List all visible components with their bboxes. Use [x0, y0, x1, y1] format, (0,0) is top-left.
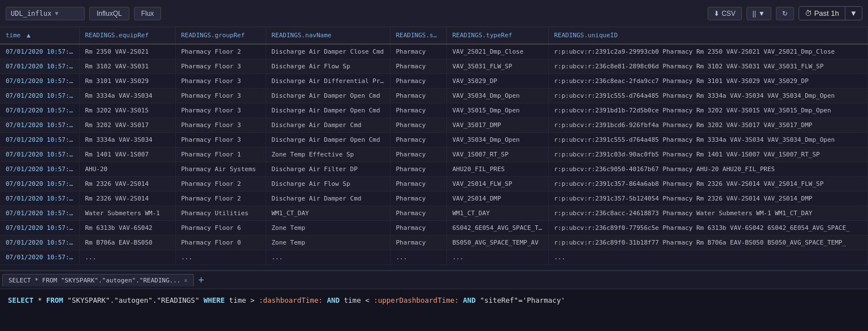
table-cell: 07/01/2020 10:57:30	[0, 133, 79, 147]
table-cell: BS050_AVG_SPACE_TEMP_AV	[446, 236, 548, 250]
table-cell: Pharmacy Floor 3	[175, 118, 266, 133]
table-cell: WM1_CT_DAY	[266, 206, 390, 221]
table-ref: "SKYSPARK"."autogen"."READINGS"	[63, 296, 199, 304]
chevron-down-icon: ▼	[758, 10, 765, 18]
query-editor: SELECT * FROM "SKYSPARK"."autogen"."READ…	[0, 270, 868, 331]
table-cell: Discharge Air Damper Cmd	[266, 191, 390, 206]
query-tab-active[interactable]: SELECT * FROM "SKYSPARK"."autogen"."READ…	[2, 274, 194, 286]
table-cell: Rm B706a EAV-BS050	[79, 236, 175, 250]
col-header-time[interactable]: time ▲	[0, 27, 79, 44]
table-cell: VAV_2S021_Dmp_Close	[446, 44, 548, 59]
table-cell: 07/01/2020 10:57:39	[0, 250, 79, 265]
table-cell: Pharmacy	[390, 206, 446, 221]
table-cell: ...	[266, 250, 390, 265]
table-cell: VAV_3S029_DP	[446, 74, 548, 89]
kw-and1: AND	[323, 296, 340, 304]
table-cell: Pharmacy Floor 2	[175, 177, 266, 191]
table-cell: Pharmacy Utilities	[175, 206, 266, 221]
table-cell: 07/01/2020 10:57:32	[0, 162, 79, 177]
table-cell: Discharge Air Flow Sp	[266, 59, 390, 74]
add-tab-button[interactable]: +	[194, 275, 209, 285]
table-cell: Rm 2326 VAV-2S014	[79, 191, 175, 206]
col-header-type[interactable]: READINGS.typeRef	[446, 27, 548, 44]
table-row: 07/01/2020 10:57:25Rm 3102 VAV-3S031Phar…	[0, 59, 868, 74]
table-cell: Discharge Air Damper Cmd	[266, 118, 390, 133]
influxql-tab[interactable]: InfluxQL	[89, 7, 129, 20]
table-row: 07/01/2020 10:57:35Rm 2326 VAV-2S014Phar…	[0, 191, 868, 206]
datasource-label: UDL_influx	[11, 10, 51, 18]
refresh-button[interactable]: ↻	[776, 7, 794, 20]
table-cell: ...	[79, 250, 175, 265]
table-cell: r:p:ubcv:r:2391c357-864a6ab8 Pharmacy Rm…	[548, 177, 868, 191]
close-tab-icon[interactable]: ×	[184, 277, 188, 284]
table-cell: r:p:ubcv:r:236c89f0-31b18f77 Pharmacy Rm…	[548, 236, 868, 250]
param-upper-time: :upperDashboardTime:	[374, 296, 459, 304]
table-cell: Rm 2326 VAV-2S014	[79, 177, 175, 191]
query-content[interactable]: SELECT * FROM "SKYSPARK"."autogen"."READ…	[0, 289, 868, 312]
time-range-chevron[interactable]: ▼	[845, 7, 862, 20]
table-row: 07/01/2020 10:57:37Rm 6313b VAV-6S042Pha…	[0, 221, 868, 236]
table-cell: Rm 3102 VAV-3S031	[79, 59, 175, 74]
table-row: 07/01/2020 10:57:39..................	[0, 250, 868, 265]
table-cell: 07/01/2020 10:57:35	[0, 191, 79, 206]
table-row: 07/01/2020 10:57:29Rm 3202 VAV-3S017Phar…	[0, 118, 868, 133]
table-cell: r:p:ubcv:r:236c8eac-2fda9cc7 Pharmacy Rm…	[548, 74, 868, 89]
table-row: 07/01/2020 10:57:32AHU-20Pharmacy Air Sy…	[0, 162, 868, 177]
clock-icon: ⏱	[805, 9, 812, 18]
table-header-row: time ▲ READINGS.equipRef READINGS.groupR…	[0, 27, 868, 44]
table-row: 07/01/2020 10:57:24Rm 2350 VAV-2S021Phar…	[0, 44, 868, 59]
table-cell: r:p:ubcv:r:236c9050-40167b67 Pharmacy AH…	[548, 162, 868, 177]
table-row: 07/01/2020 10:57:30Rm 3334a VAV-3S034Pha…	[0, 133, 868, 147]
time-cond2: time <	[340, 296, 374, 304]
table-cell: 07/01/2020 10:57:36	[0, 206, 79, 221]
table-cell: r:p:ubcv:r:2391c555-d764a485 Pharmacy Rm…	[548, 89, 868, 103]
table-cell: Rm 6313b VAV-6S042	[79, 221, 175, 236]
time-range-container: ⏱ Past 1h ▼	[798, 6, 862, 20]
table-cell: Discharge Air Damper Close Cmd	[266, 44, 390, 59]
table-cell: Pharmacy	[390, 103, 446, 118]
query-tabs: SELECT * FROM "SKYSPARK"."autogen"."READ…	[0, 271, 868, 289]
pause-button[interactable]: || ▼	[747, 7, 771, 20]
flux-tab[interactable]: Flux	[134, 7, 162, 20]
col-header-equip[interactable]: READINGS.equipRef	[79, 27, 175, 44]
table-cell: 07/01/2020 10:57:38	[0, 236, 79, 250]
csv-button[interactable]: ⬇ CSV	[708, 7, 742, 20]
table-cell: Water Submeters WM-1	[79, 206, 175, 221]
past-time-button[interactable]: ⏱ Past 1h	[799, 7, 845, 20]
table-cell: VAV_3S034_Dmp_Open	[446, 89, 548, 103]
table-cell: ...	[446, 250, 548, 265]
table-cell: Pharmacy	[390, 74, 446, 89]
download-icon: ⬇	[714, 10, 719, 18]
table-body: 07/01/2020 10:57:24Rm 2350 VAV-2S021Phar…	[0, 44, 868, 265]
equals-sign: =	[518, 296, 523, 304]
table-cell: VAV_3S015_Dmp_Open	[446, 103, 548, 118]
table-cell: ...	[548, 250, 868, 265]
table-row: 07/01/2020 10:57:34Rm 2326 VAV-2S014Phar…	[0, 177, 868, 191]
col-header-group[interactable]: READINGS.groupRef	[175, 27, 266, 44]
table-cell: ...	[390, 250, 446, 265]
kw-where: WHERE	[199, 296, 225, 304]
table-cell: Pharmacy Floor 1	[175, 147, 266, 162]
col-header-unique[interactable]: READINGS.uniqueID	[548, 27, 868, 44]
table-cell: Pharmacy Air Systems	[175, 162, 266, 177]
table-cell: Pharmacy	[390, 133, 446, 147]
results-table: time ▲ READINGS.equipRef READINGS.groupR…	[0, 27, 868, 265]
datasource-select[interactable]: UDL_influx ▼	[6, 7, 85, 20]
table-row: 07/01/2020 10:57:26Rm 3101 VAV-3S029Phar…	[0, 74, 868, 89]
table-cell: Pharmacy Floor 3	[175, 59, 266, 74]
table-cell: Discharge Air Damper Open Cmd	[266, 133, 390, 147]
table-cell: 07/01/2020 10:57:37	[0, 221, 79, 236]
table-cell: Rm 3334a VAV-3S034	[79, 133, 175, 147]
col-header-site[interactable]: READINGS.siteRef	[390, 27, 446, 44]
table-cell: Pharmacy Floor 0	[175, 236, 266, 250]
table-row: 07/01/2020 10:57:38Rm B706a EAV-BS050Pha…	[0, 236, 868, 250]
table-cell: Rm 3202 VAV-3S017	[79, 118, 175, 133]
table-cell: Discharge Air Filter DP	[266, 162, 390, 177]
table-cell: Pharmacy Floor 3	[175, 89, 266, 103]
table-cell: ...	[175, 250, 266, 265]
col-header-nav[interactable]: READINGS.navName	[266, 27, 390, 44]
table-cell: 07/01/2020 10:57:29	[0, 118, 79, 133]
table-cell: r:p:ubcv:r:2391bd1b-72d5b0ce Pharmacy Rm…	[548, 103, 868, 118]
table-cell: r:p:ubcv:r:2391c357-5b124054 Pharmacy Rm…	[548, 191, 868, 206]
table-cell: Pharmacy	[390, 162, 446, 177]
